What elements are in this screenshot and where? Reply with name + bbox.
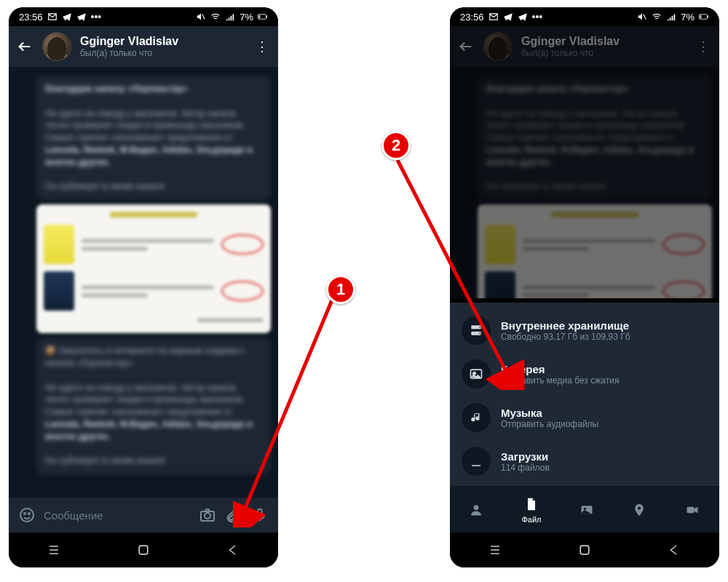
chat-header: Gginger Vladislav был(а) только что ⋮ bbox=[9, 26, 278, 67]
status-time: 23:56 bbox=[19, 12, 43, 23]
emoji-button[interactable] bbox=[17, 506, 36, 525]
wifi-icon bbox=[652, 12, 662, 22]
status-bar: 23:56 ••• 7% bbox=[9, 7, 278, 26]
source-title: Музыка bbox=[501, 407, 598, 419]
svg-line-34 bbox=[397, 160, 508, 375]
svg-point-5 bbox=[24, 513, 25, 514]
annotation-arrow-1 bbox=[233, 287, 349, 527]
video-icon bbox=[684, 502, 700, 518]
pin-icon bbox=[631, 502, 647, 518]
chat-name: Gginger Vladislav bbox=[80, 35, 245, 48]
svg-rect-17 bbox=[700, 15, 702, 18]
source-sub: 114 файлов bbox=[501, 463, 550, 473]
downloads-icon bbox=[462, 447, 491, 476]
svg-point-24 bbox=[474, 505, 479, 510]
svg-point-27 bbox=[638, 506, 641, 509]
ellipsis-icon: ••• bbox=[91, 11, 102, 23]
mute-icon bbox=[196, 12, 206, 22]
svg-point-8 bbox=[205, 513, 210, 519]
battery-icon bbox=[258, 12, 268, 22]
battery-icon bbox=[699, 12, 709, 22]
telegram-icon-2 bbox=[518, 12, 528, 22]
nav-back-button[interactable] bbox=[664, 540, 684, 560]
wifi-icon bbox=[210, 12, 221, 22]
chat-header: Gginger Vladislav был(а) только что ⋮ bbox=[450, 26, 719, 67]
source-downloads[interactable]: Загрузки 114 файлов bbox=[450, 439, 719, 483]
svg-rect-2 bbox=[266, 15, 267, 17]
svg-rect-16 bbox=[708, 15, 708, 17]
svg-point-26 bbox=[583, 507, 585, 509]
status-battery: 7% bbox=[240, 12, 253, 23]
message-bubble: благодарю каналу «Лорокастер» Не идите н… bbox=[36, 76, 271, 200]
home-button[interactable] bbox=[574, 540, 595, 560]
ellipsis-icon: ••• bbox=[532, 11, 543, 23]
camera-button[interactable] bbox=[198, 506, 217, 525]
telegram-icon-2 bbox=[76, 12, 87, 22]
annotation-marker-1: 1 bbox=[326, 275, 355, 304]
svg-rect-32 bbox=[580, 546, 589, 554]
back-button[interactable] bbox=[16, 38, 33, 55]
status-bar: 23:56 ••• 7% bbox=[450, 7, 719, 26]
telegram-icon bbox=[503, 12, 513, 22]
chat-status: был(а) только что bbox=[80, 48, 245, 58]
annotation-marker-2: 2 bbox=[381, 131, 411, 160]
svg-point-6 bbox=[28, 513, 30, 514]
mail-icon bbox=[488, 12, 499, 22]
svg-line-33 bbox=[243, 293, 335, 513]
svg-line-14 bbox=[644, 15, 646, 20]
source-title: Загрузки bbox=[501, 450, 550, 463]
source-sub: Отправить аудиофайлы bbox=[501, 419, 598, 429]
tab-location[interactable] bbox=[631, 502, 647, 518]
source-music[interactable]: Музыка Отправить аудиофайлы bbox=[450, 396, 719, 439]
mute-icon bbox=[637, 12, 647, 22]
svg-rect-28 bbox=[687, 506, 695, 512]
android-navbar bbox=[9, 533, 278, 567]
status-battery: 7% bbox=[681, 12, 695, 23]
svg-rect-13 bbox=[139, 546, 148, 554]
android-navbar bbox=[450, 533, 719, 567]
tab-contact[interactable] bbox=[468, 502, 484, 518]
signal-icon bbox=[225, 12, 235, 22]
recents-button[interactable] bbox=[485, 540, 505, 560]
nav-back-button[interactable] bbox=[223, 540, 243, 560]
recents-button[interactable] bbox=[44, 540, 64, 560]
annotation-arrow-2 bbox=[390, 157, 529, 390]
svg-rect-3 bbox=[259, 15, 261, 18]
music-icon bbox=[462, 403, 491, 432]
tab-video-msg[interactable] bbox=[684, 502, 700, 518]
svg-point-4 bbox=[20, 509, 33, 522]
avatar[interactable] bbox=[42, 32, 71, 61]
person-icon bbox=[468, 502, 484, 518]
home-button[interactable] bbox=[133, 540, 154, 560]
telegram-icon bbox=[62, 12, 72, 22]
tab-file[interactable]: Файл bbox=[521, 496, 541, 524]
status-time: 23:56 bbox=[460, 12, 484, 23]
tab-gallery[interactable] bbox=[579, 502, 595, 518]
svg-line-0 bbox=[202, 15, 205, 20]
image-icon bbox=[579, 502, 595, 518]
signal-icon bbox=[666, 12, 676, 22]
message-input[interactable]: Сообщение bbox=[44, 509, 191, 522]
mail-icon bbox=[47, 12, 58, 22]
more-button[interactable]: ⋮ bbox=[253, 39, 271, 55]
tab-file-label: Файл bbox=[521, 515, 541, 524]
file-icon bbox=[523, 496, 539, 512]
attach-tabs: Файл bbox=[450, 486, 719, 533]
chat-title-block[interactable]: Gginger Vladislav был(а) только что bbox=[80, 35, 245, 58]
